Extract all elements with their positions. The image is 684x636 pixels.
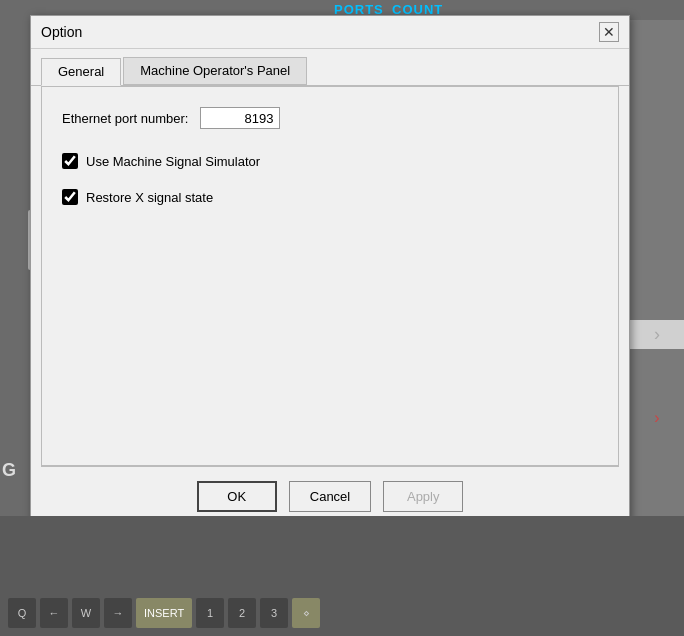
right-panel-symbol: ›	[630, 409, 684, 427]
dialog-title-bar: Option ✕	[31, 16, 629, 49]
restore-signal-row: Restore X signal state	[62, 189, 598, 205]
restore-signal-label: Restore X signal state	[86, 190, 213, 205]
bg-letter-g: G	[2, 460, 16, 481]
dialog-title: Option	[41, 24, 82, 40]
ethernet-label: Ethernet port number:	[62, 111, 188, 126]
restore-signal-checkbox[interactable]	[62, 189, 78, 205]
key-arrow-right[interactable]: →	[104, 598, 132, 628]
option-dialog: Option ✕ General Machine Operator's Pane…	[30, 15, 630, 575]
keyboard-area: Q ← W → INSERT 1 2 3 ⋄	[0, 516, 684, 636]
key-1[interactable]: 1	[196, 598, 224, 628]
use-simulator-label: Use Machine Signal Simulator	[86, 154, 260, 169]
tab-general[interactable]: General	[41, 58, 121, 86]
right-panel-arrow: ›	[630, 320, 684, 349]
key-3[interactable]: 3	[260, 598, 288, 628]
key-2[interactable]: 2	[228, 598, 256, 628]
key-insert[interactable]: INSERT	[136, 598, 192, 628]
use-simulator-checkbox[interactable]	[62, 153, 78, 169]
key-symbol[interactable]: ⋄	[292, 598, 320, 628]
cancel-button[interactable]: Cancel	[289, 481, 371, 512]
tab-machine-operator[interactable]: Machine Operator's Panel	[123, 57, 307, 85]
use-simulator-row: Use Machine Signal Simulator	[62, 153, 598, 169]
key-arrow-left[interactable]: ←	[40, 598, 68, 628]
key-q[interactable]: Q	[8, 598, 36, 628]
key-w[interactable]: W	[72, 598, 100, 628]
close-button[interactable]: ✕	[599, 22, 619, 42]
tab-content-general: Ethernet port number: Use Machine Signal…	[41, 86, 619, 466]
ethernet-port-input[interactable]	[200, 107, 280, 129]
ok-button[interactable]: OK	[197, 481, 277, 512]
apply-button[interactable]: Apply	[383, 481, 463, 512]
ethernet-port-row: Ethernet port number:	[62, 107, 598, 129]
tab-bar: General Machine Operator's Panel	[31, 49, 629, 86]
